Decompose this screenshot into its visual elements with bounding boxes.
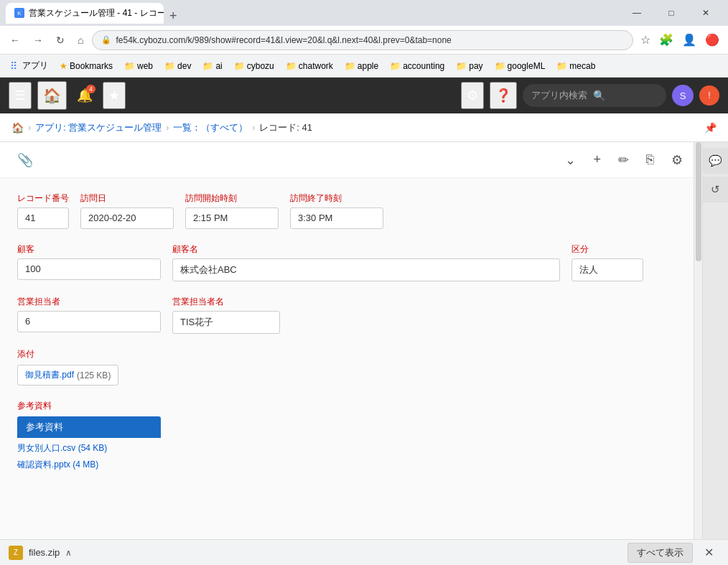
folder-icon: 📁: [124, 61, 135, 71]
field-row-3: 営業担当者 6 営業担当者名 TIS花子: [17, 296, 676, 334]
customer-name-value: 株式会社ABC: [172, 258, 560, 281]
visit-end-label: 訪問終了時刻: [290, 192, 383, 205]
extensions-button[interactable]: 🧩: [656, 30, 676, 50]
folder-icon-cybozu: 📁: [234, 61, 245, 71]
apps-label: アプリ: [22, 60, 48, 72]
customer-name-label: 顧客名: [172, 243, 560, 256]
add-button[interactable]: +: [587, 148, 607, 172]
ref-files-list: 男女別人口.csv (54 KB) 確認資料.pptx (4 MB): [17, 438, 676, 475]
bookmarks-bookmarks[interactable]: ★ Bookmarks: [55, 59, 117, 73]
bookmarks-accounting[interactable]: 📁 accounting: [386, 59, 449, 73]
navigate-down-button[interactable]: ⌄: [559, 148, 582, 172]
active-tab[interactable]: K 営業スケジュール管理 - 41 - レコード... ✕: [6, 3, 164, 24]
ref-materials-section: 参考資料 参考資料 男女別人口.csv (54 KB) 確認資料.pptx (4…: [17, 400, 676, 475]
favorites-button[interactable]: ★: [103, 82, 126, 109]
breadcrumb-bar: 🏠 › アプリ: 営業スケジュール管理 › 一覧：（すべて） › レコード: 4…: [0, 113, 728, 142]
alert-button[interactable]: 🔴: [702, 30, 722, 50]
main-area: 📎 ⌄ + ✏ ⎘ ⚙ ··· レコード番号 41 訪問日 2020-02-20…: [0, 142, 728, 539]
field-group-visit-end: 訪問終了時刻 3:30 PM: [290, 192, 383, 229]
vertical-scrollbar[interactable]: [694, 142, 702, 539]
lock-icon: 🔒: [101, 35, 111, 45]
field-group-customer-id: 顧客 100: [17, 243, 161, 281]
notification-button[interactable]: 🔔 4: [73, 83, 97, 108]
bookmark-star-button[interactable]: ☆: [638, 30, 653, 50]
attachment-label: 添付: [17, 348, 676, 360]
user-avatar[interactable]: S: [672, 85, 694, 106]
bookmarks-chatwork[interactable]: 📁 chatwork: [281, 59, 337, 73]
bookmarks-apple[interactable]: 📁 apple: [340, 59, 383, 73]
history-button[interactable]: ↺: [703, 177, 729, 202]
bookmarks-mecab[interactable]: 📁 mecab: [552, 59, 599, 73]
bookmarks-dev[interactable]: 📁 dev: [160, 59, 195, 73]
sales-rep-value: 6: [17, 311, 161, 332]
ref-file-2[interactable]: 確認資料.pptx (4 MB): [17, 457, 676, 472]
customer-id-value: 100: [17, 258, 161, 280]
app-breadcrumb[interactable]: アプリ: 営業スケジュール管理: [35, 121, 162, 134]
ref-materials-label: 参考資料: [17, 400, 676, 412]
record-toolbar: 📎 ⌄ + ✏ ⎘ ⚙ ···: [0, 142, 728, 178]
zip-file-icon: Z: [9, 546, 23, 560]
close-button[interactable]: ✕: [689, 0, 722, 26]
download-arrow-button[interactable]: ∧: [65, 548, 72, 558]
apps-icon: ⠿: [10, 60, 17, 72]
back-button[interactable]: ←: [6, 32, 24, 49]
new-tab-button[interactable]: +: [164, 9, 183, 24]
visit-date-label: 訪問日: [80, 192, 174, 205]
bm-label-pay: pay: [469, 61, 482, 71]
pin-icon[interactable]: 📌: [704, 122, 717, 134]
list-breadcrumb[interactable]: 一覧：（すべて）: [173, 121, 248, 134]
edit-button[interactable]: ✏: [612, 148, 635, 172]
close-download-bar-button[interactable]: ✕: [699, 543, 719, 562]
bookmarks-web[interactable]: 📁 web: [120, 59, 157, 73]
forward-button[interactable]: →: [29, 32, 47, 49]
bookmarks-googleml[interactable]: 📁 googleML: [490, 59, 550, 73]
right-panel: 💬 ↺: [702, 142, 728, 539]
field-group-sales-rep-name: 営業担当者名 TIS花子: [172, 296, 280, 334]
folder-icon-chatwork: 📁: [286, 61, 297, 71]
attachment-filename: 御見積書.pdf: [25, 369, 74, 381]
maximize-button[interactable]: □: [655, 0, 688, 26]
folder-icon-accounting: 📁: [390, 61, 401, 71]
comment-button[interactable]: 💬: [703, 148, 729, 174]
address-bar: ← → ↻ ⌂ 🔒 fe54k.cybozu.com/k/989/show#re…: [0, 26, 728, 55]
attachment-size: (125 KB): [77, 370, 111, 380]
gear-button[interactable]: ⚙: [666, 148, 689, 172]
visit-start-label: 訪問開始時刻: [185, 192, 279, 205]
home-breadcrumb[interactable]: 🏠: [11, 122, 24, 134]
attachment-icon-button[interactable]: 📎: [11, 148, 39, 172]
minimize-button[interactable]: —: [620, 0, 653, 26]
settings-button[interactable]: ⚙: [461, 82, 484, 109]
folder-icon-apple: 📁: [345, 61, 355, 71]
help-button[interactable]: ❓: [490, 82, 517, 109]
sales-rep-name-value: TIS花子: [172, 311, 280, 334]
alert-icon-button[interactable]: !: [699, 85, 719, 106]
ref-file-1[interactable]: 男女別人口.csv (54 KB): [17, 441, 676, 456]
field-group-category: 区分 法人: [571, 243, 643, 281]
copy-button[interactable]: ⎘: [640, 148, 660, 172]
show-all-downloads-button[interactable]: すべて表示: [627, 543, 693, 563]
bookmarks-ai[interactable]: 📁 ai: [198, 59, 226, 73]
scrollbar-thumb: [696, 142, 701, 261]
reload-button[interactable]: ↻: [52, 32, 69, 49]
search-placeholder: アプリ内検索: [531, 89, 587, 102]
visit-end-value: 3:30 PM: [290, 207, 383, 229]
url-bar[interactable]: 🔒 fe54k.cybozu.com/k/989/show#record=41&…: [92, 30, 633, 50]
address-bar-actions: ☆ 🧩 👤 🔴: [638, 30, 722, 50]
record-number-value: 41: [17, 207, 69, 229]
tab-bar: K 営業スケジュール管理 - 41 - レコード... ✕ +: [6, 3, 615, 24]
field-group-visit-start: 訪問開始時刻 2:15 PM: [185, 192, 279, 229]
bookmarks-cybozu[interactable]: 📁 cybozu: [230, 59, 279, 73]
search-box[interactable]: アプリ内検索 🔍: [523, 84, 666, 107]
field-group-record-number: レコード番号 41: [17, 192, 69, 229]
attachment-file-item[interactable]: 御見積書.pdf (125 KB): [17, 365, 118, 386]
profile-button[interactable]: 👤: [679, 30, 699, 50]
bookmarks-pay[interactable]: 📁 pay: [452, 59, 487, 73]
bm-label-googleml: googleML: [508, 61, 546, 71]
bm-label-ai: ai: [215, 61, 222, 71]
hamburger-menu-button[interactable]: ☰: [9, 82, 32, 109]
kintone-home-button[interactable]: 🏠: [37, 81, 67, 110]
bookmarks-apps[interactable]: ⠿ アプリ: [6, 57, 52, 74]
breadcrumb-sep3: ›: [252, 123, 255, 133]
home-button[interactable]: ⌂: [73, 32, 88, 49]
field-row-2: 顧客 100 顧客名 株式会社ABC 区分 法人: [17, 243, 676, 281]
